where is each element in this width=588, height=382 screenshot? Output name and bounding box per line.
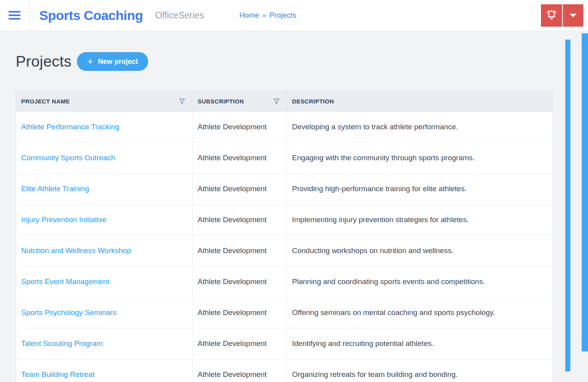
description-cell: Offering seminars on mental coaching and… <box>287 297 552 328</box>
description-cell: Engaging with the community through spor… <box>287 143 552 173</box>
table-row: Elite Athlete Training Athlete Developme… <box>16 174 552 205</box>
top-header-bar: Sports Coaching OfficeSeries Home » Proj… <box>0 0 588 31</box>
column-header-subscription[interactable]: SUBSCRIPTION <box>192 91 287 111</box>
subscription-cell: Athlete Development <box>192 112 287 142</box>
projects-table: PROJECT NAME SUBSCRIPTION DESCRIPTION At… <box>16 91 553 382</box>
table-row: Team Building Retreat Athlete Developmen… <box>16 359 552 382</box>
project-name-link[interactable]: Injury Prevention Initiative <box>21 215 107 224</box>
table-row: Injury Prevention Initiative Athlete Dev… <box>16 205 552 235</box>
description-cell: Planning and coordinating sports events … <box>287 266 552 297</box>
app-window: Sports Coaching OfficeSeries Home » Proj… <box>0 0 588 382</box>
page-title: Projects <box>16 53 71 70</box>
project-name-link[interactable]: Elite Athlete Training <box>21 185 89 193</box>
project-name-link[interactable]: Team Building Retreat <box>21 370 94 379</box>
subscription-cell: Athlete Development <box>192 297 287 328</box>
header-actions <box>541 4 583 27</box>
hamburger-menu-button[interactable] <box>0 0 29 31</box>
page-title-row: Projects + New project <box>16 52 148 71</box>
content-scrollbar-thumb[interactable] <box>565 40 570 371</box>
suite-name: OfficeSeries <box>155 10 204 21</box>
subscription-cell: Athlete Development <box>192 328 287 359</box>
table-row: Community Sports Outreach Athlete Develo… <box>16 143 552 174</box>
notifications-button[interactable] <box>541 4 563 27</box>
subscription-cell: Athlete Development <box>192 266 287 297</box>
filter-funnel-icon[interactable] <box>178 98 186 105</box>
table-row: Athlete Performance Tracking Athlete Dev… <box>16 112 552 143</box>
notifications-bell-icon <box>545 8 558 23</box>
description-cell: Conducting workshops on nutrition and we… <box>287 235 552 266</box>
subscription-cell: Athlete Development <box>192 143 287 173</box>
subscription-cell: Athlete Development <box>192 174 287 204</box>
subscription-cell: Athlete Development <box>192 235 287 266</box>
project-name-link[interactable]: Sports Psychology Seminars <box>21 308 116 317</box>
breadcrumb-home-link[interactable]: Home <box>239 11 259 20</box>
table-body: Athlete Performance Tracking Athlete Dev… <box>16 112 552 382</box>
table-row: Sports Psychology Seminars Athlete Devel… <box>16 297 552 328</box>
new-project-label: New project <box>98 58 138 66</box>
app-brand-title: Sports Coaching <box>39 8 143 23</box>
account-dropdown-button[interactable] <box>563 4 583 27</box>
description-cell: Identifying and recruiting potential ath… <box>287 328 552 359</box>
breadcrumb-projects-link[interactable]: Projects <box>269 11 296 20</box>
table-row: Sports Event Management Athlete Developm… <box>16 266 552 297</box>
plus-icon: + <box>87 56 93 66</box>
table-row: Talent Scouting Program Athlete Developm… <box>16 328 552 359</box>
window-scrollbar-thumb[interactable] <box>582 33 588 351</box>
menu-icon <box>9 11 20 13</box>
project-name-link[interactable]: Sports Event Management <box>21 277 109 286</box>
chevron-down-icon <box>570 14 577 17</box>
description-cell: Providing high-performance training for … <box>287 174 552 204</box>
breadcrumb: Home » Projects <box>239 11 296 20</box>
new-project-button[interactable]: + New project <box>77 52 148 71</box>
subscription-cell: Athlete Development <box>192 359 287 382</box>
project-name-link[interactable]: Talent Scouting Program <box>21 339 103 348</box>
project-name-link[interactable]: Nutrition and Wellness Workshop <box>21 246 131 255</box>
table-header-row: PROJECT NAME SUBSCRIPTION DESCRIPTION <box>16 91 552 112</box>
description-cell: Developing a system to track athlete per… <box>287 112 552 142</box>
breadcrumb-separator: » <box>262 11 266 20</box>
project-name-link[interactable]: Athlete Performance Tracking <box>21 123 119 131</box>
description-cell: Organizing retreats for team building an… <box>287 359 552 382</box>
description-cell: Implementing injury prevention strategie… <box>287 205 552 235</box>
project-name-link[interactable]: Community Sports Outreach <box>21 154 115 162</box>
column-header-label: SUBSCRIPTION <box>198 98 244 105</box>
column-header-label: PROJECT NAME <box>21 98 70 105</box>
column-header-project-name[interactable]: PROJECT NAME <box>16 91 192 111</box>
subscription-cell: Athlete Development <box>192 205 287 235</box>
column-header-description[interactable]: DESCRIPTION <box>287 91 552 111</box>
column-header-label: DESCRIPTION <box>292 98 334 105</box>
table-row: Nutrition and Wellness Workshop Athlete … <box>16 235 552 266</box>
filter-funnel-icon[interactable] <box>273 98 280 105</box>
